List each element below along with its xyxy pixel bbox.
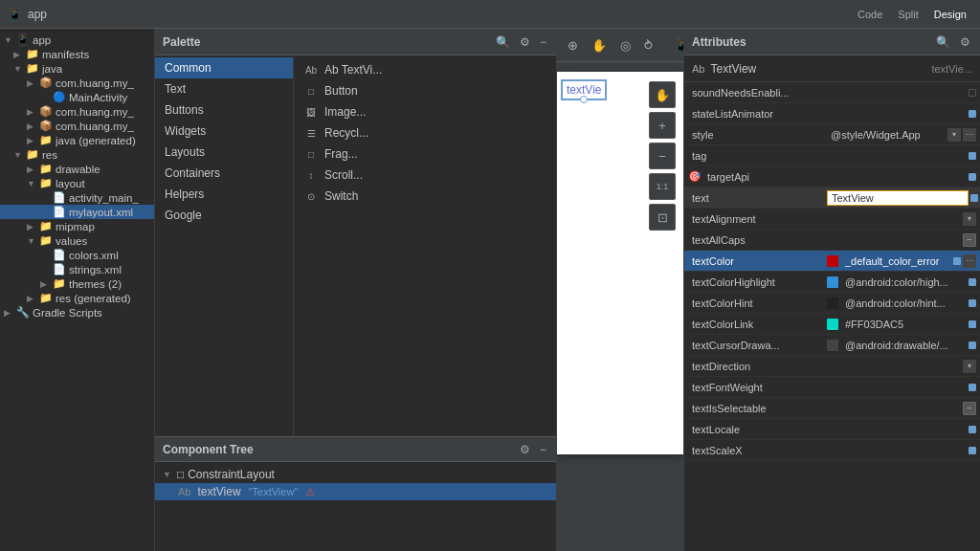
- component-tree-title: Component Tree: [163, 443, 254, 456]
- attr-textalignment-dropdown[interactable]: ▾: [963, 212, 976, 226]
- attr-subheader: Ab TextView textVie...: [684, 55, 980, 82]
- tree-item-strings[interactable]: 📄 strings.xml: [0, 262, 154, 276]
- palette-item-fragment[interactable]: □ Frag...: [300, 143, 550, 165]
- attr-row-textdirection: textDirection ▾: [684, 356, 980, 377]
- attr-row-style: style @style/Widget.App ▾ ⋯: [684, 124, 980, 145]
- rotate-btn[interactable]: ⥁: [639, 35, 657, 55]
- palette-item-switch[interactable]: ⊙ Switch: [300, 186, 550, 207]
- attr-search-btn[interactable]: 🔍: [934, 35, 952, 49]
- palette-cat-text[interactable]: Text: [155, 78, 293, 99]
- attr-list: soundNeedsEnabli... stateListAnimator st…: [684, 82, 980, 551]
- tree-item-layout[interactable]: ▼ 📁 layout: [0, 176, 154, 190]
- attr-value-tag: [827, 155, 967, 157]
- palette-items: Ab Ab TextVi... □ Button 🖼 Image... ☰ Re…: [294, 55, 556, 436]
- palette-item-textview[interactable]: Ab Ab TextVi...: [300, 59, 550, 80]
- ct-constraint-layout[interactable]: ▼ □ ConstraintLayout: [155, 466, 556, 483]
- palette-item-recyclerview[interactable]: ☰ Recycl...: [300, 122, 550, 143]
- tree-item-package1[interactable]: ▶ 📦 com.huang.my_: [0, 76, 154, 90]
- attr-settings-btn[interactable]: ⚙: [958, 35, 972, 49]
- blueprint-btn[interactable]: ◎: [615, 35, 635, 55]
- canvas-zoom-in-btn[interactable]: +: [649, 112, 676, 139]
- tree-item-package2[interactable]: ▶ 📦 com.huang.my_: [0, 104, 154, 119]
- canvas-pan-btn[interactable]: ✋: [649, 81, 676, 108]
- palette-cat-buttons[interactable]: Buttons: [155, 99, 293, 121]
- tree-item-activity-main[interactable]: 📄 activity_main_: [0, 190, 154, 205]
- tree-item-manifests[interactable]: ▶ 📁 manifests: [0, 47, 154, 61]
- attr-name-textcursordrawable: textCursorDrawa...: [688, 339, 827, 352]
- palette-settings-btn[interactable]: ⚙: [518, 35, 532, 49]
- ct-settings-btn[interactable]: ⚙: [518, 443, 532, 456]
- top-bar: 📱 app Code Split Design: [0, 0, 980, 29]
- tree-item-drawable[interactable]: ▶ 📁 drawable: [0, 162, 154, 176]
- palette-item-button[interactable]: □ Button: [300, 80, 550, 101]
- attr-name-textfontweight: textFontWeight: [688, 381, 827, 394]
- palette-cat-layouts[interactable]: Layouts: [155, 142, 293, 163]
- palette-categories: Common Text Buttons Widgets Layouts Cont…: [155, 55, 294, 436]
- tree-item-mainactivity[interactable]: 🔵 MainActivity: [0, 90, 154, 104]
- attr-value-textlocale: [827, 429, 967, 430]
- split-btn[interactable]: Split: [892, 7, 924, 22]
- attr-row-targetapi: 🎯 targetApi: [684, 166, 980, 187]
- attr-textallcaps-minus[interactable]: −: [963, 233, 976, 247]
- ct-close-btn[interactable]: −: [538, 443, 548, 456]
- textview-widget[interactable]: textVie: [561, 79, 607, 100]
- attr-row-tag: tag: [684, 145, 980, 166]
- attr-name-textlocale: textLocale: [688, 423, 827, 436]
- palette-cat-helpers[interactable]: Helpers: [155, 184, 293, 205]
- attr-name-targetapi: targetApi: [703, 170, 842, 184]
- pan-mode-btn[interactable]: ✋: [587, 35, 612, 55]
- attr-textisselectable-minus[interactable]: −: [963, 402, 976, 415]
- attr-row-textcolor[interactable]: textColor _default_color_error ⋯: [684, 251, 980, 272]
- attr-value-style: @style/Widget.App: [827, 128, 947, 142]
- palette-search-btn[interactable]: 🔍: [494, 35, 512, 49]
- attr-row-textfontweight: textFontWeight: [684, 377, 980, 398]
- attr-row-textcolorhint: textColorHint @android:color/hint...: [684, 293, 980, 314]
- tree-item-java[interactable]: ▼ 📁 java: [0, 61, 154, 76]
- tree-item-values[interactable]: ▼ 📁 values: [0, 233, 154, 248]
- tree-item-colors[interactable]: 📄 colors.xml: [0, 248, 154, 262]
- canvas-zoom-out-btn[interactable]: −: [649, 143, 676, 169]
- attr-textdirection-dropdown[interactable]: ▾: [963, 360, 976, 373]
- palette-item-switch-label: Switch: [324, 189, 358, 203]
- attr-row-textcolorhighlight: textColorHighlight @android:color/high..…: [684, 272, 980, 293]
- design-btn[interactable]: Design: [928, 7, 972, 22]
- attr-textcolorhint-swatch: [827, 298, 838, 309]
- palette-item-scrollview[interactable]: ↕ Scroll...: [300, 165, 550, 186]
- canvas-layout-btn[interactable]: ⊡: [649, 204, 676, 231]
- attr-style-dropdown[interactable]: ▾: [947, 128, 961, 142]
- tree-item-gradle[interactable]: ▶ 🔧 Gradle Scripts: [0, 305, 154, 320]
- attr-indicator-text: [970, 194, 978, 202]
- attr-input-text[interactable]: [827, 190, 969, 206]
- palette-cat-common[interactable]: Common: [155, 57, 293, 78]
- design-canvas[interactable]: textVie ✋ + − 1:1 ⊡: [557, 62, 683, 551]
- palette-cat-widgets[interactable]: Widgets: [155, 121, 293, 142]
- attr-textcolor-menu[interactable]: ⋯: [963, 254, 976, 268]
- tree-item-mipmap[interactable]: ▶ 📁 mipmap: [0, 219, 154, 233]
- tree-item-res-gen[interactable]: ▶ 📁 res (generated): [0, 291, 154, 305]
- palette-cat-google[interactable]: Google: [155, 205, 293, 226]
- tree-item-res[interactable]: ▼ 📁 res: [0, 147, 154, 162]
- attr-value-textisselectable: [827, 408, 963, 409]
- attr-title: Attributes: [692, 35, 746, 49]
- palette-cat-containers[interactable]: Containers: [155, 163, 293, 184]
- textview-handle-bottom[interactable]: [580, 96, 588, 103]
- select-mode-btn[interactable]: ⊕: [563, 35, 583, 55]
- attr-name-textscalex: textScaleX: [688, 444, 827, 457]
- code-btn[interactable]: Code: [852, 7, 888, 22]
- attr-name-textcolorhint: textColorHint: [688, 297, 827, 310]
- view-mode-buttons: Code Split Design: [852, 7, 972, 22]
- ct-textview[interactable]: Ab textView "TextView" ⚠: [155, 483, 556, 500]
- tree-item-mylayout[interactable]: 📄 mylayout.xml: [0, 205, 154, 219]
- palette-item-imageview[interactable]: 🖼 Image...: [300, 101, 550, 122]
- attr-name-textallcaps: textAllCaps: [688, 233, 827, 247]
- palette-close-btn[interactable]: −: [538, 35, 548, 49]
- tree-item-app[interactable]: ▼ 📱 app: [0, 33, 154, 47]
- canvas-fit-btn[interactable]: 1:1: [649, 173, 676, 200]
- textview-text: textVie: [567, 83, 601, 97]
- attr-row-text[interactable]: text: [684, 187, 980, 209]
- attr-style-menu[interactable]: ⋯: [963, 128, 976, 142]
- tree-item-package3[interactable]: ▶ 📦 com.huang.my_: [0, 119, 154, 133]
- tree-item-java-gen[interactable]: ▶ 📁 java (generated): [0, 133, 154, 147]
- attr-value-statelistanimator: [827, 113, 967, 115]
- tree-item-themes[interactable]: ▶ 📁 themes (2): [0, 276, 154, 291]
